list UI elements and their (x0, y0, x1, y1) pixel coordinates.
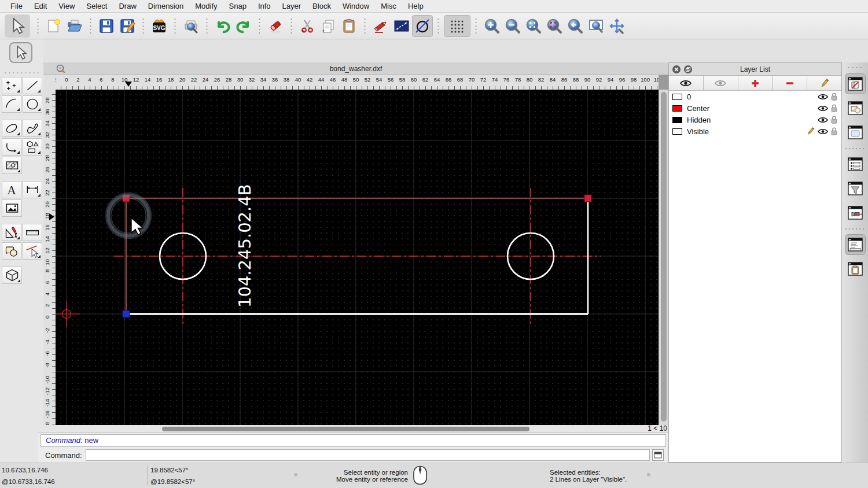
undock-panel-button[interactable] (684, 65, 692, 73)
menu-select[interactable]: Select (80, 0, 113, 13)
menu-edit[interactable]: Edit (28, 0, 53, 13)
menu-view[interactable]: View (53, 0, 80, 13)
layer-color-swatch[interactable] (672, 105, 682, 112)
modify-tool-button[interactable] (2, 224, 21, 241)
3d-tool-button[interactable] (2, 267, 22, 284)
layer-row-hidden[interactable]: Hidden (669, 114, 841, 125)
document-titlebar[interactable]: bond_washer.dxf (43, 62, 668, 75)
print-preview-button[interactable] (181, 15, 201, 37)
ruler-tick-label: 10 (44, 259, 50, 265)
close-panel-button[interactable] (672, 65, 681, 73)
copy-button[interactable] (318, 15, 339, 37)
menu-misc[interactable]: Misc (375, 0, 402, 13)
points-tool-button[interactable] (2, 77, 21, 94)
dock-drag-handle[interactable] (847, 65, 863, 71)
layer-visibility-eye-icon[interactable] (818, 93, 828, 101)
menu-help[interactable]: Help (402, 0, 429, 13)
zoom-in-button[interactable] (481, 15, 502, 37)
layer-color-swatch[interactable] (672, 128, 682, 135)
save-button[interactable] (96, 15, 117, 37)
shapes-tool-button[interactable] (23, 138, 42, 156)
grid-toggle[interactable] (444, 15, 470, 37)
hide-all-layers-button[interactable] (704, 76, 738, 90)
text-tool-button[interactable] (2, 181, 21, 198)
pen-attributes-button[interactable] (370, 15, 391, 37)
horizontal-scrollbar[interactable] (162, 427, 529, 431)
polyline-tool-button[interactable] (2, 138, 21, 156)
redo-button[interactable] (233, 15, 254, 37)
layer-visibility-eye-icon[interactable] (818, 128, 828, 135)
draft-mode-toggle[interactable] (412, 15, 433, 37)
zoom-out-button[interactable] (502, 15, 523, 37)
layer-row-visible[interactable]: Visible (669, 125, 841, 137)
zoom-selected-button[interactable] (544, 15, 565, 37)
save-as-button[interactable] (117, 15, 138, 37)
hatch-tool-button[interactable] (2, 157, 22, 174)
selection-arrow-button[interactable] (9, 42, 32, 63)
ruler-tick-label: 94 (608, 76, 614, 83)
command-widget-dock-button[interactable] (845, 234, 866, 255)
layer-row-center[interactable]: Center (669, 102, 841, 114)
layer-lock-icon[interactable] (830, 92, 838, 101)
clipboard-dock-button[interactable] (845, 258, 866, 279)
part-number-text[interactable]: 104.245.02.4B (235, 184, 255, 308)
show-all-layers-button[interactable] (669, 76, 704, 90)
dimension-tool-button[interactable] (23, 181, 42, 198)
circle-tool-button[interactable] (23, 95, 42, 113)
selection-filter-dock-button[interactable] (845, 178, 866, 199)
menu-snap[interactable]: Snap (223, 0, 252, 13)
command-detach-button[interactable] (652, 449, 664, 461)
new-document-icon (46, 18, 62, 34)
menu-dimension[interactable]: Dimension (142, 0, 189, 13)
add-layer-button[interactable] (738, 76, 773, 90)
zoom-window-button[interactable] (586, 15, 606, 37)
named-views-dock-button[interactable] (845, 202, 866, 223)
layer-lock-icon[interactable] (830, 115, 838, 124)
menu-layer[interactable]: Layer (277, 0, 307, 13)
open-file-button[interactable] (64, 15, 85, 37)
menu-draw[interactable]: Draw (113, 0, 142, 13)
select-tool-button[interactable] (5, 14, 30, 38)
menu-file[interactable]: File (5, 0, 28, 13)
drawing-canvas[interactable]: 104.245.02.4B (56, 90, 659, 425)
undo-button[interactable] (212, 15, 233, 37)
menu-info[interactable]: Info (252, 0, 277, 13)
layer-row-0[interactable]: 0 (669, 91, 841, 102)
edit-layer-button[interactable] (807, 76, 841, 90)
spline-tool-button[interactable] (23, 120, 42, 137)
select-entity-tool-button[interactable] (23, 242, 42, 260)
paste-button[interactable] (339, 15, 359, 37)
new-document-button[interactable] (43, 15, 64, 37)
menu-window[interactable]: Window (337, 0, 375, 13)
delete-eraser-button[interactable] (265, 15, 286, 37)
block-list-dock-button[interactable] (845, 98, 866, 119)
measure-tool-button[interactable] (23, 224, 42, 241)
menu-modify[interactable]: Modify (189, 0, 223, 13)
layer-visibility-eye-icon[interactable] (818, 105, 828, 112)
vertical-scrollbar[interactable] (659, 90, 668, 425)
block-tool-button[interactable] (2, 242, 21, 260)
menu-block[interactable]: Block (307, 0, 337, 13)
entity-list-dock-button[interactable] (845, 154, 866, 175)
palette-drag-handle[interactable] (3, 71, 41, 75)
library-browser-dock-button[interactable] (845, 122, 866, 143)
remove-layer-button[interactable] (773, 76, 807, 90)
zoom-pan-button[interactable] (606, 15, 627, 37)
ellipse-tool-button[interactable] (2, 120, 21, 137)
distance-line-button[interactable] (391, 15, 412, 37)
layer-visibility-eye-icon[interactable] (818, 116, 828, 124)
command-input[interactable] (86, 449, 650, 461)
layer-lock-icon[interactable] (830, 103, 838, 113)
zoom-previous-button[interactable] (565, 15, 586, 37)
line-tool-button[interactable] (23, 77, 42, 94)
arc-tool-button[interactable] (2, 95, 21, 113)
cut-button[interactable] (297, 15, 318, 37)
layer-color-swatch[interactable] (672, 117, 682, 123)
layer-lock-icon[interactable] (830, 127, 838, 136)
export-svg-button[interactable] (149, 15, 170, 37)
zoom-auto-button[interactable] (523, 15, 544, 37)
ruler-tick-label: 54 (376, 76, 382, 83)
image-tool-button[interactable] (2, 199, 22, 217)
layer-list-dock-button[interactable] (845, 73, 866, 94)
layer-color-swatch[interactable] (672, 94, 682, 100)
